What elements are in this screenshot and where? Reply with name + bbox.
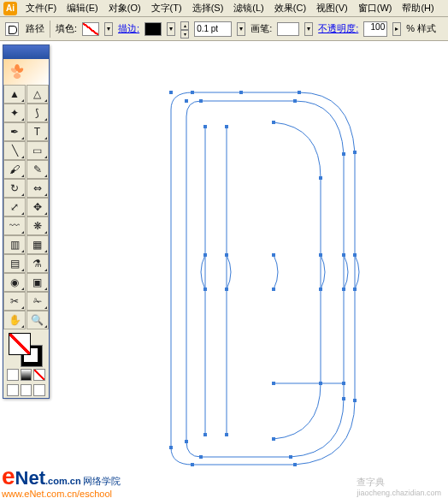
eyedropper-tool-icon: ⚗: [32, 258, 44, 270]
warp-tool-icon: 〰: [9, 220, 21, 232]
opacity-label[interactable]: 不透明度:: [318, 22, 358, 35]
line-tool[interactable]: ╲: [3, 141, 26, 160]
mesh-tool[interactable]: ▦: [27, 235, 49, 254]
stroke-weight-stepper[interactable]: ▴▾: [180, 21, 189, 37]
magic-wand-tool[interactable]: ✦: [3, 104, 26, 122]
svg-rect-13: [199, 99, 203, 103]
gradient-tool[interactable]: ▤: [3, 254, 26, 273]
screen-mode-full[interactable]: [33, 384, 45, 396]
fill-dropdown-icon[interactable]: ▾: [104, 22, 113, 36]
svg-rect-38: [319, 288, 322, 291]
scissors-tool[interactable]: ✁: [27, 292, 49, 311]
paintbrush-tool-icon: 🖌: [9, 163, 21, 175]
scale-tool[interactable]: ⤢: [3, 198, 26, 216]
brush-dropdown-icon[interactable]: ▾: [304, 22, 313, 36]
screen-mode-normal[interactable]: [7, 384, 19, 396]
svg-rect-15: [342, 152, 345, 156]
slice-tool[interactable]: ✂: [3, 292, 26, 311]
type-tool[interactable]: T: [27, 122, 49, 141]
flyout-indicator-icon: [21, 193, 24, 196]
menu-effect[interactable]: 效果(C): [269, 0, 311, 16]
selection-tool[interactable]: ▲: [3, 85, 26, 104]
opacity-input[interactable]: 100: [363, 21, 387, 37]
pen-tool[interactable]: ✒: [3, 122, 26, 141]
menu-filter[interactable]: 滤镜(L): [228, 0, 268, 16]
pencil-tool[interactable]: ✎: [27, 160, 49, 179]
color-mode-solid[interactable]: [7, 369, 19, 381]
lasso-tool[interactable]: ⟆: [27, 104, 49, 122]
toolbox-titlebar[interactable]: [3, 45, 49, 59]
menu-type[interactable]: 文字(T): [146, 0, 187, 16]
menu-view[interactable]: 视图(V): [311, 0, 353, 16]
flyout-indicator-icon: [21, 250, 24, 252]
stroke-weight-dropdown-icon[interactable]: ▾: [237, 22, 245, 36]
svg-rect-22: [185, 440, 188, 443]
type-tool-icon: T: [32, 126, 44, 138]
free-transform-tool[interactable]: ✥: [27, 198, 49, 216]
rectangle-tool[interactable]: ▭: [27, 141, 49, 160]
menu-select[interactable]: 选择(S): [187, 0, 229, 16]
svg-rect-39: [319, 382, 322, 385]
tool-grid: ▲△✦⟆✒T╲▭🖌✎↻⇔⤢✥〰❋▥▦▤⚗◉▣✂✁✋🔍: [3, 85, 49, 329]
hand-tool[interactable]: ✋: [3, 311, 26, 329]
brush-swatch[interactable]: [277, 22, 299, 36]
watermark: 查字典 jiaocheng.chazidian.com: [357, 476, 441, 497]
screen-mode-full-menu[interactable]: [21, 384, 32, 396]
svg-rect-16: [342, 253, 345, 257]
svg-rect-19: [342, 397, 345, 400]
flyout-indicator-icon: [21, 156, 24, 158]
zoom-tool[interactable]: 🔍: [27, 311, 49, 329]
reflect-tool-icon: ⇔: [32, 182, 44, 194]
reflect-tool[interactable]: ⇔: [27, 179, 49, 198]
fill-color-swatch[interactable]: [9, 333, 31, 355]
menu-help[interactable]: 帮助(H): [397, 0, 439, 16]
flyout-indicator-icon: [44, 137, 47, 139]
eyedropper-tool[interactable]: ⚗: [27, 254, 49, 273]
menu-window[interactable]: 窗口(W): [353, 0, 398, 16]
flyout-indicator-icon: [44, 306, 47, 309]
live-paint-tool[interactable]: ▣: [27, 273, 49, 292]
opacity-dropdown-icon[interactable]: ▸: [392, 22, 401, 36]
svg-rect-28: [225, 253, 228, 257]
opacity-suffix: % 样式: [406, 22, 436, 35]
enet-zh: 网络学院: [83, 476, 121, 486]
menu-file[interactable]: 文件(F): [21, 0, 62, 16]
svg-rect-21: [199, 455, 203, 459]
rotate-tool[interactable]: ↻: [3, 179, 26, 198]
blend-tool[interactable]: ◉: [3, 273, 26, 292]
toolbox: ▲△✦⟆✒T╲▭🖌✎↻⇔⤢✥〰❋▥▦▤⚗◉▣✂✁✋🔍: [3, 44, 50, 399]
svg-rect-33: [272, 288, 275, 291]
svg-rect-29: [225, 288, 228, 291]
free-transform-tool-icon: ✥: [32, 201, 44, 213]
svg-rect-14: [293, 99, 297, 103]
toolbox-logo: [3, 59, 49, 85]
direct-selection-tool[interactable]: △: [27, 85, 49, 104]
column-graph-tool[interactable]: ▥: [3, 235, 26, 254]
rectangle-tool-icon: ▭: [32, 145, 44, 157]
selected-path-letter-d[interactable]: [145, 75, 368, 486]
canvas-area[interactable]: [51, 41, 448, 504]
blend-tool-icon: ◉: [9, 276, 21, 288]
color-mode-none[interactable]: [33, 369, 45, 381]
stroke-label[interactable]: 描边:: [118, 22, 139, 35]
column-graph-tool-icon: ▥: [9, 239, 21, 251]
svg-rect-27: [225, 125, 228, 128]
flyout-indicator-icon: [44, 212, 47, 215]
paintbrush-tool[interactable]: 🖌: [3, 160, 26, 179]
flyout-indicator-icon: [44, 99, 47, 102]
menu-object[interactable]: 对象(O): [103, 0, 146, 16]
brush-label: 画笔:: [251, 22, 272, 35]
warp-tool[interactable]: 〰: [3, 216, 26, 235]
path-type-icon[interactable]: [5, 22, 19, 36]
rotate-tool-icon: ↻: [9, 182, 21, 194]
stroke-dropdown-icon[interactable]: ▾: [167, 22, 175, 36]
fill-swatch[interactable]: [82, 22, 99, 36]
svg-rect-25: [203, 288, 207, 291]
enet-branding: eNet.com.cn网络学院 www.eNet.com.cn/eschool: [2, 463, 121, 499]
stroke-swatch[interactable]: [144, 22, 162, 36]
flyout-indicator-icon: [44, 288, 47, 290]
stroke-weight-input[interactable]: 0.1 pt: [194, 21, 232, 37]
symbol-sprayer-tool[interactable]: ❋: [27, 216, 49, 235]
menu-edit[interactable]: 编辑(E): [62, 0, 103, 16]
color-mode-gradient[interactable]: [21, 369, 32, 381]
